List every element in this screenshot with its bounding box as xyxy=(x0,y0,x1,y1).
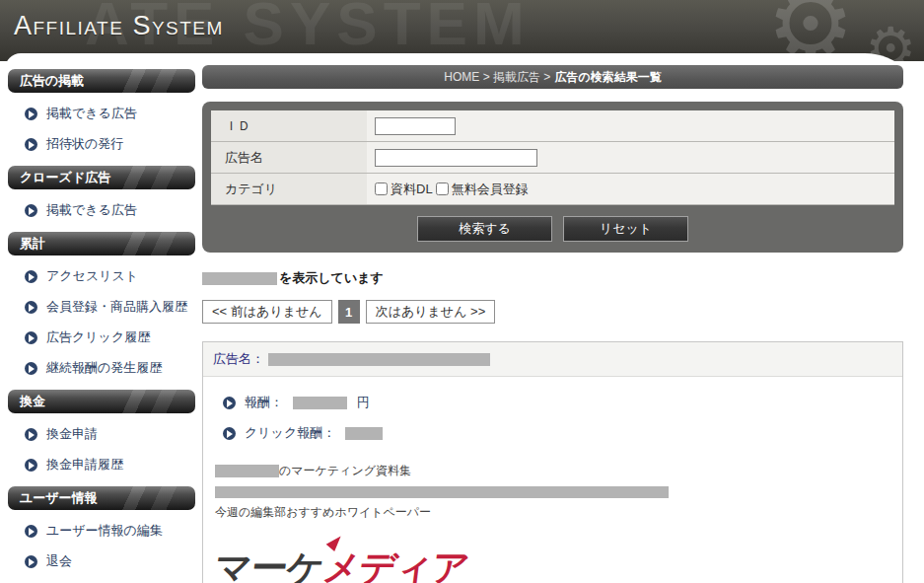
redacted-reward-value xyxy=(293,397,347,409)
sidebar-section-totals: 累計 xyxy=(8,232,195,255)
sidebar-item-access-list[interactable]: アクセスリスト xyxy=(8,267,195,285)
category-field-label: カテゴリ xyxy=(211,174,367,204)
free-member-checkbox[interactable] xyxy=(436,182,449,195)
redacted-company-name xyxy=(215,465,279,477)
sidebar-section-ad-posting: 広告の掲載 xyxy=(8,69,195,93)
ad-card-header: 広告名： xyxy=(203,342,902,377)
sidebar-item-available-ads[interactable]: 掲載できる広告 xyxy=(8,105,195,122)
reward-row: 報酬： 円 xyxy=(215,394,890,411)
result-count-text: を表示しています xyxy=(279,269,384,287)
logo-text-red: メディア xyxy=(320,547,471,583)
sidebar-item-cashout-request[interactable]: 換金申請 xyxy=(8,425,195,443)
sidebar-item-user-info-edit[interactable]: ユーザー情報の編集 xyxy=(8,522,195,540)
pagination: << 前はありません 1 次はありません >> xyxy=(202,300,903,324)
arrow-circle-icon xyxy=(25,138,37,151)
arrow-circle-icon xyxy=(25,555,37,568)
sidebar-item-label: 広告クリック履歴 xyxy=(46,328,150,346)
ad-name-field-label: 広告名 xyxy=(211,142,367,173)
document-dl-checkbox[interactable] xyxy=(375,182,388,195)
sidebar-item-label: 換金申請 xyxy=(46,425,98,443)
ad-name-input[interactable] xyxy=(375,149,537,167)
arrow-circle-icon xyxy=(25,459,37,472)
redacted-description-line2 xyxy=(215,486,669,498)
main-content: HOME > 掲載広告 > 広告の検索結果一覧 ＩＤ 広告名 xyxy=(202,61,903,583)
sidebar-item-label: アクセスリスト xyxy=(46,267,138,285)
sidebar-item-label: 退会 xyxy=(46,552,72,570)
sidebar-section-user-info: ユーザー情報 xyxy=(8,486,195,510)
sidebar-section-cashout: 換金 xyxy=(8,390,195,413)
arrow-circle-icon xyxy=(25,525,37,538)
app-header: ATE SYSTEM Affiliate System ⚙ ⚙ xyxy=(0,0,924,61)
reward-suffix: 円 xyxy=(357,394,370,411)
gear-icon: ⚙ xyxy=(766,0,855,61)
sidebar-item-closed-available-ads[interactable]: 掲載できる広告 xyxy=(8,201,195,219)
arrow-circle-icon xyxy=(223,427,236,440)
arrow-circle-icon xyxy=(223,397,236,409)
next-page-button[interactable]: 次はありません >> xyxy=(366,300,496,324)
ad-description-line3: 今週の編集部おすすめホワイトペーパー xyxy=(215,504,890,521)
sidebar-item-label: 換金申請履歴 xyxy=(46,456,123,474)
form-row-ad-name: 広告名 xyxy=(211,142,894,174)
arrow-circle-icon xyxy=(25,331,37,344)
category-option-document-dl[interactable]: 資料DL xyxy=(375,181,433,198)
redacted-click-reward-value xyxy=(345,427,383,440)
id-input[interactable] xyxy=(375,117,456,135)
sidebar-item-withdraw[interactable]: 退会 xyxy=(8,552,195,570)
breadcrumb-path[interactable]: HOME > 掲載広告 > xyxy=(444,69,550,86)
arrow-circle-icon xyxy=(25,270,37,283)
checkbox-label: 無料会員登録 xyxy=(452,181,529,198)
ad-description-line1: のマーケティング資料集 xyxy=(215,463,890,479)
ad-card-body: 報酬： 円 クリック報酬： のマーケティング資料集 今週の編集部おすす xyxy=(203,377,902,583)
checkbox-label: 資料DL xyxy=(391,181,433,198)
page: ATE SYSTEM Affiliate System ⚙ ⚙ 広告の掲載 掲載… xyxy=(0,0,924,583)
arrow-circle-icon xyxy=(25,362,37,375)
sidebar-item-member-purchase-history[interactable]: 会員登録・商品購入履歴 xyxy=(8,298,195,316)
sidebar-item-label: 招待状の発行 xyxy=(46,135,123,153)
category-field-cell: 資料DL 無料会員登録 xyxy=(367,174,894,204)
id-field-cell xyxy=(367,110,894,141)
logo-text-dark: マーケ xyxy=(213,547,326,583)
id-field-label: ＩＤ xyxy=(211,110,367,141)
breadcrumb-current: 広告の検索結果一覧 xyxy=(554,69,661,86)
sidebar-item-recurring-reward-history[interactable]: 継続報酬の発生履歴 xyxy=(8,359,195,377)
sidebar-item-label: 会員登録・商品購入履歴 xyxy=(46,298,187,316)
category-option-free-member[interactable]: 無料会員登録 xyxy=(436,181,529,198)
arrow-circle-icon xyxy=(25,204,37,217)
app-logo: Affiliate System xyxy=(14,11,224,41)
sidebar-item-label: 掲載できる広告 xyxy=(46,105,137,122)
click-reward-row: クリック報酬： xyxy=(215,424,890,442)
sidebar-item-ad-click-history[interactable]: 広告クリック履歴 xyxy=(8,328,195,346)
marke-media-logo[interactable]: マーケメディア xyxy=(212,544,471,583)
sidebar-item-invitation-issue[interactable]: 招待状の発行 xyxy=(8,135,195,153)
sidebar-item-label: 掲載できる広告 xyxy=(46,201,137,219)
arrow-circle-icon xyxy=(25,108,37,120)
redacted-count-value xyxy=(202,272,277,285)
form-row-id: ＩＤ xyxy=(211,110,894,142)
current-page-indicator[interactable]: 1 xyxy=(338,300,360,324)
reset-button[interactable]: リセット xyxy=(563,216,688,242)
result-count-line: を表示しています xyxy=(202,269,903,287)
body-area: 広告の掲載 掲載できる広告 招待状の発行 クローズド広告 掲載できる広告 累計 … xyxy=(0,61,924,583)
click-reward-label: クリック報酬： xyxy=(245,424,335,442)
prev-page-button[interactable]: << 前はありません xyxy=(202,300,332,324)
description-line1-text: のマーケティング資料集 xyxy=(279,463,411,479)
form-row-category: カテゴリ 資料DL 無料会員登録 xyxy=(211,174,894,205)
sidebar-item-label: ユーザー情報の編集 xyxy=(46,522,163,540)
ad-result-card: 広告名： 報酬： 円 クリック報酬： xyxy=(202,341,903,583)
breadcrumb: HOME > 掲載広告 > 広告の検索結果一覧 xyxy=(202,65,903,89)
sidebar-section-closed-ads: クローズド広告 xyxy=(8,166,195,189)
sidebar-item-cashout-history[interactable]: 換金申請履歴 xyxy=(8,456,195,474)
reward-label: 報酬： xyxy=(245,394,283,411)
ad-name-field-cell xyxy=(367,142,894,173)
search-form: ＩＤ 広告名 カテゴリ 資料DL xyxy=(202,102,903,253)
redacted-ad-name xyxy=(268,353,490,366)
arrow-circle-icon xyxy=(25,301,37,314)
sidebar-item-label: 継続報酬の発生履歴 xyxy=(46,359,162,377)
form-buttons: 検索する リセット xyxy=(211,205,894,246)
ad-name-label: 広告名： xyxy=(213,350,264,368)
arrow-circle-icon xyxy=(25,428,37,441)
sidebar: 広告の掲載 掲載できる広告 招待状の発行 クローズド広告 掲載できる広告 累計 … xyxy=(8,61,195,583)
search-button[interactable]: 検索する xyxy=(417,216,552,242)
